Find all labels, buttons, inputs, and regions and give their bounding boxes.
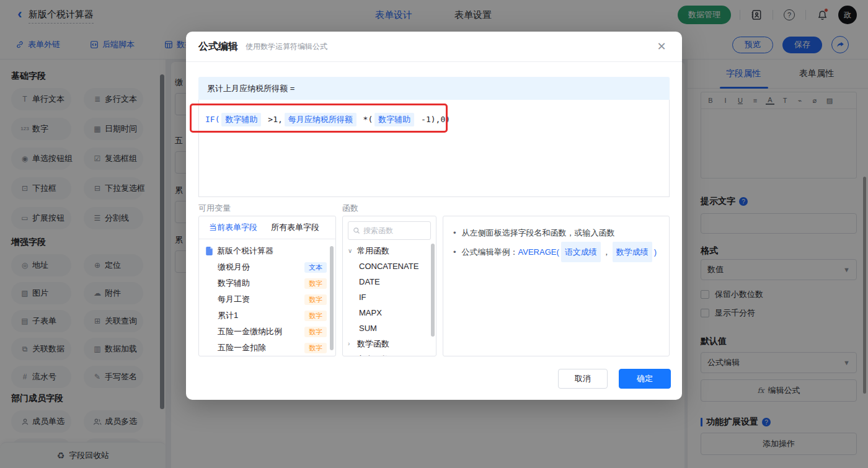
- functions-scrollbar[interactable]: [431, 244, 435, 337]
- formula-target: 累计上月应纳税所得额 =: [198, 77, 670, 100]
- help-example-chip: 语文成绩: [561, 242, 601, 262]
- app-window: ‹ 新版个税计算器 表单设计表单设置 数据管理 ? 政: [0, 0, 868, 468]
- function-group[interactable]: ›数学函数: [343, 336, 436, 351]
- help-bullet-1: • 从左侧面板选择字段名和函数，或输入函数: [453, 224, 659, 242]
- variable-row[interactable]: 数字辅助数字: [199, 275, 335, 291]
- formula-field-chip[interactable]: 数字辅助: [374, 113, 414, 126]
- bullet-icon: •: [453, 243, 456, 261]
- variable-name: 五险一金缴纳比例: [218, 326, 282, 337]
- function-item[interactable]: MAPX: [343, 305, 436, 320]
- close-icon[interactable]: ✕: [655, 40, 668, 53]
- formula-token: >1,: [263, 115, 282, 124]
- function-group[interactable]: ›文本函数: [343, 351, 436, 356]
- caret-right-icon: ›: [348, 356, 354, 356]
- formula-input-area[interactable]: IF(数字辅助 >1,每月应纳税所得额 *(数字辅助 -1),0): [198, 100, 670, 197]
- function-group-name: 数学函数: [357, 338, 389, 350]
- variable-name: 累计1: [218, 310, 238, 321]
- help-example-prefix: 公式编辑举例：: [462, 243, 518, 261]
- help-panel: • 从左侧面板选择字段名和函数，或输入函数 •公式编辑举例：AVERAGE( 语…: [443, 216, 670, 356]
- caret-right-icon: ›: [348, 340, 354, 347]
- tab-current-form-fields[interactable]: 当前表单字段: [209, 222, 257, 233]
- confirm-button[interactable]: 确定: [619, 369, 671, 389]
- functions-panel: ∨常用函数CONCATENATEDATEIFMAPXSUM›数学函数›文本函数: [342, 216, 436, 356]
- function-item[interactable]: CONCATENATE: [343, 258, 436, 274]
- variables-tabs: 当前表单字段 所有表单字段: [199, 216, 335, 239]
- function-search-input[interactable]: [363, 226, 425, 235]
- variable-type-tag: 数字: [304, 278, 327, 289]
- functions-section-label: 函数: [342, 203, 358, 214]
- modal-title: 公式编辑: [198, 40, 238, 53]
- modal-subtitle: 使用数学运算符编辑公式: [246, 42, 327, 52]
- variable-row[interactable]: 五险一金缴纳比例数字: [199, 324, 335, 340]
- bullet-icon: •: [453, 224, 456, 242]
- formula-field-chip[interactable]: 每月应纳税所得额: [285, 113, 356, 126]
- caret-down-icon: ∨: [348, 247, 354, 254]
- help-example-separator: ，: [603, 243, 611, 261]
- modal-header: 公式编辑 使用数学运算符编辑公式 ✕: [186, 32, 682, 62]
- variable-row[interactable]: 累计1数字: [199, 307, 335, 324]
- variable-name: 缴税月份: [218, 262, 250, 273]
- function-item[interactable]: IF: [343, 289, 436, 305]
- variable-type-tag: 数字: [304, 311, 327, 321]
- variable-type-tag: 数字: [304, 343, 327, 353]
- variable-name: 五险一金扣除: [218, 342, 266, 353]
- variable-type-tag: 文本: [304, 262, 327, 273]
- variable-name: 数字辅助: [218, 278, 250, 289]
- formula-editor: 累计上月应纳税所得额 = IF(数字辅助 >1,每月应纳税所得额 *(数字辅助 …: [198, 77, 670, 197]
- variable-type-tag: 数字: [304, 327, 327, 337]
- help-example-chip: 数学成绩: [613, 242, 652, 262]
- form-tree-root[interactable]: 新版个税计算器: [199, 243, 335, 259]
- help-example-suffix: ): [654, 243, 657, 261]
- document-icon: [205, 247, 213, 255]
- variable-name: 每月工资: [218, 294, 250, 305]
- tab-all-form-fields[interactable]: 所有表单字段: [271, 222, 319, 233]
- variable-type-tag: 数字: [304, 294, 327, 305]
- variables-scrollbar[interactable]: [330, 246, 334, 350]
- function-group-name: 文本函数: [357, 354, 389, 357]
- variable-row[interactable]: 缴税月份文本: [199, 259, 335, 275]
- formula-editor-modal: 公式编辑 使用数学运算符编辑公式 ✕ 累计上月应纳税所得额 = IF(数字辅助 …: [186, 32, 682, 400]
- formula-field-chip[interactable]: 数字辅助: [221, 113, 261, 126]
- help-example-function: AVERAGE(: [518, 243, 559, 261]
- variable-row[interactable]: 五险一金扣除数字: [199, 340, 335, 356]
- variables-panel: 当前表单字段 所有表单字段 新版个税计算器 缴税月份文本数字辅助数字每月工资数字…: [198, 216, 336, 356]
- search-icon: [353, 227, 360, 234]
- function-item[interactable]: DATE: [343, 274, 436, 289]
- function-group-name: 常用函数: [357, 245, 389, 257]
- variable-row[interactable]: 每月工资数字: [199, 291, 335, 307]
- function-search: [348, 221, 431, 240]
- help-bullet-2: •公式编辑举例：AVERAGE( 语文成绩 ， 数学成绩 ): [453, 242, 659, 262]
- function-item[interactable]: SUM: [343, 320, 436, 336]
- formula-token: -1),0): [416, 115, 450, 124]
- formula-token: *(: [358, 115, 373, 124]
- cancel-button[interactable]: 取消: [558, 369, 608, 389]
- variables-section-label: 可用变量: [198, 203, 231, 214]
- function-group[interactable]: ∨常用函数: [343, 243, 436, 258]
- formula-token: IF(: [205, 115, 219, 124]
